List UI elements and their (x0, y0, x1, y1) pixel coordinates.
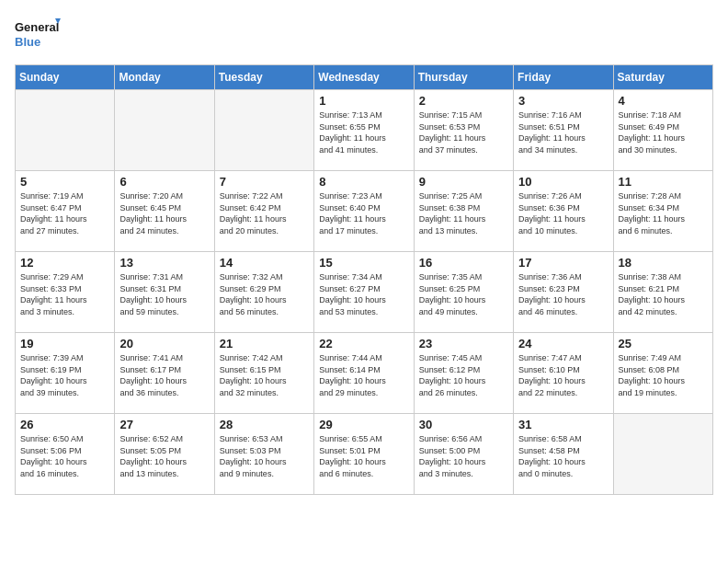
day-number: 19 (20, 337, 109, 350)
weekday-header: Wednesday (314, 65, 414, 90)
day-number: 15 (319, 256, 408, 270)
day-number: 13 (119, 256, 209, 270)
day-number: 18 (619, 256, 708, 270)
day-number: 14 (220, 256, 309, 270)
calendar-cell: 20Sunrise: 7:41 AM Sunset: 6:17 PM Dayli… (115, 333, 214, 414)
calendar-cell: 4Sunrise: 7:18 AM Sunset: 6:49 PM Daylig… (613, 90, 712, 171)
day-info: Sunrise: 7:25 AM Sunset: 6:38 PM Dayligh… (419, 190, 508, 236)
calendar-cell: 6Sunrise: 7:20 AM Sunset: 6:45 PM Daylig… (115, 171, 214, 252)
calendar-cell (16, 90, 115, 171)
svg-text:Blue: Blue (15, 35, 40, 49)
logo: General Blue (15, 15, 61, 53)
day-number: 17 (518, 256, 608, 270)
day-info: Sunrise: 7:35 AM Sunset: 6:25 PM Dayligh… (419, 271, 508, 317)
day-info: Sunrise: 7:19 AM Sunset: 6:47 PM Dayligh… (20, 190, 109, 236)
day-number: 7 (220, 175, 309, 189)
day-number: 5 (20, 175, 109, 189)
day-number: 12 (20, 256, 109, 270)
calendar-cell: 7Sunrise: 7:22 AM Sunset: 6:42 PM Daylig… (214, 171, 313, 252)
day-info: Sunrise: 7:36 AM Sunset: 6:23 PM Dayligh… (518, 271, 608, 317)
calendar-cell: 10Sunrise: 7:26 AM Sunset: 6:36 PM Dayli… (514, 171, 613, 252)
day-number: 30 (419, 418, 508, 431)
day-info: Sunrise: 6:58 AM Sunset: 4:58 PM Dayligh… (518, 433, 608, 479)
day-number: 16 (419, 256, 508, 270)
weekday-header: Thursday (414, 65, 513, 90)
svg-text:General: General (15, 20, 59, 34)
day-info: Sunrise: 7:23 AM Sunset: 6:40 PM Dayligh… (319, 190, 408, 236)
day-info: Sunrise: 6:53 AM Sunset: 5:03 PM Dayligh… (220, 433, 309, 479)
day-info: Sunrise: 7:13 AM Sunset: 6:55 PM Dayligh… (319, 109, 408, 155)
day-number: 2 (419, 94, 508, 108)
calendar-cell: 23Sunrise: 7:45 AM Sunset: 6:12 PM Dayli… (414, 333, 513, 414)
calendar-cell: 21Sunrise: 7:42 AM Sunset: 6:15 PM Dayli… (214, 333, 313, 414)
day-info: Sunrise: 7:38 AM Sunset: 6:21 PM Dayligh… (619, 271, 708, 317)
day-info: Sunrise: 7:26 AM Sunset: 6:36 PM Dayligh… (518, 190, 608, 236)
calendar-cell: 27Sunrise: 6:52 AM Sunset: 5:05 PM Dayli… (115, 414, 214, 495)
calendar-cell: 11Sunrise: 7:28 AM Sunset: 6:34 PM Dayli… (613, 171, 712, 252)
calendar-cell (613, 414, 712, 495)
calendar-cell: 16Sunrise: 7:35 AM Sunset: 6:25 PM Dayli… (414, 252, 513, 333)
day-number: 23 (419, 337, 508, 350)
day-info: Sunrise: 7:42 AM Sunset: 6:15 PM Dayligh… (220, 352, 309, 398)
day-number: 3 (518, 94, 608, 108)
day-number: 24 (518, 337, 608, 350)
day-info: Sunrise: 7:18 AM Sunset: 6:49 PM Dayligh… (619, 109, 708, 155)
day-info: Sunrise: 6:56 AM Sunset: 5:00 PM Dayligh… (419, 433, 508, 479)
day-info: Sunrise: 7:34 AM Sunset: 6:27 PM Dayligh… (319, 271, 408, 317)
logo-svg: General Blue (15, 15, 61, 53)
day-number: 20 (119, 337, 209, 350)
day-info: Sunrise: 7:47 AM Sunset: 6:10 PM Dayligh… (518, 352, 608, 398)
calendar-cell: 14Sunrise: 7:32 AM Sunset: 6:29 PM Dayli… (214, 252, 313, 333)
calendar-cell: 15Sunrise: 7:34 AM Sunset: 6:27 PM Dayli… (314, 252, 414, 333)
calendar-cell: 26Sunrise: 6:50 AM Sunset: 5:06 PM Dayli… (16, 414, 115, 495)
day-info: Sunrise: 7:15 AM Sunset: 6:53 PM Dayligh… (419, 109, 508, 155)
day-number: 8 (319, 175, 408, 189)
weekday-header: Monday (115, 65, 214, 90)
page-header: General Blue (15, 15, 713, 53)
calendar-cell: 5Sunrise: 7:19 AM Sunset: 6:47 PM Daylig… (16, 171, 115, 252)
calendar-cell: 31Sunrise: 6:58 AM Sunset: 4:58 PM Dayli… (514, 414, 613, 495)
day-info: Sunrise: 7:32 AM Sunset: 6:29 PM Dayligh… (220, 271, 309, 317)
calendar-cell: 13Sunrise: 7:31 AM Sunset: 6:31 PM Dayli… (115, 252, 214, 333)
calendar-cell (115, 90, 214, 171)
day-info: Sunrise: 6:55 AM Sunset: 5:01 PM Dayligh… (319, 433, 408, 479)
weekday-header: Tuesday (214, 65, 313, 90)
day-info: Sunrise: 6:52 AM Sunset: 5:05 PM Dayligh… (119, 433, 209, 479)
day-info: Sunrise: 6:50 AM Sunset: 5:06 PM Dayligh… (20, 433, 109, 479)
day-number: 25 (619, 337, 708, 350)
calendar-cell: 19Sunrise: 7:39 AM Sunset: 6:19 PM Dayli… (16, 333, 115, 414)
weekday-header: Sunday (16, 65, 115, 90)
day-info: Sunrise: 7:41 AM Sunset: 6:17 PM Dayligh… (119, 352, 209, 398)
calendar-cell: 30Sunrise: 6:56 AM Sunset: 5:00 PM Dayli… (414, 414, 513, 495)
calendar-table: SundayMondayTuesdayWednesdayThursdayFrid… (15, 64, 713, 495)
day-number: 6 (119, 175, 209, 189)
calendar-cell: 18Sunrise: 7:38 AM Sunset: 6:21 PM Dayli… (613, 252, 712, 333)
day-info: Sunrise: 7:31 AM Sunset: 6:31 PM Dayligh… (119, 271, 209, 317)
day-info: Sunrise: 7:45 AM Sunset: 6:12 PM Dayligh… (419, 352, 508, 398)
day-info: Sunrise: 7:16 AM Sunset: 6:51 PM Dayligh… (518, 109, 608, 155)
calendar-cell: 3Sunrise: 7:16 AM Sunset: 6:51 PM Daylig… (514, 90, 613, 171)
day-info: Sunrise: 7:44 AM Sunset: 6:14 PM Dayligh… (319, 352, 408, 398)
day-number: 4 (619, 94, 708, 108)
calendar-cell: 24Sunrise: 7:47 AM Sunset: 6:10 PM Dayli… (514, 333, 613, 414)
calendar-cell: 9Sunrise: 7:25 AM Sunset: 6:38 PM Daylig… (414, 171, 513, 252)
day-number: 27 (119, 418, 209, 431)
calendar-cell: 28Sunrise: 6:53 AM Sunset: 5:03 PM Dayli… (214, 414, 313, 495)
day-number: 10 (518, 175, 608, 189)
calendar-cell: 22Sunrise: 7:44 AM Sunset: 6:14 PM Dayli… (314, 333, 414, 414)
calendar-cell: 2Sunrise: 7:15 AM Sunset: 6:53 PM Daylig… (414, 90, 513, 171)
day-number: 28 (220, 418, 309, 431)
day-info: Sunrise: 7:22 AM Sunset: 6:42 PM Dayligh… (220, 190, 309, 236)
day-number: 26 (20, 418, 109, 431)
day-info: Sunrise: 7:29 AM Sunset: 6:33 PM Dayligh… (20, 271, 109, 317)
calendar-cell: 1Sunrise: 7:13 AM Sunset: 6:55 PM Daylig… (314, 90, 414, 171)
day-number: 21 (220, 337, 309, 350)
day-info: Sunrise: 7:20 AM Sunset: 6:45 PM Dayligh… (119, 190, 209, 236)
calendar-cell: 12Sunrise: 7:29 AM Sunset: 6:33 PM Dayli… (16, 252, 115, 333)
calendar-cell: 25Sunrise: 7:49 AM Sunset: 6:08 PM Dayli… (613, 333, 712, 414)
day-number: 31 (518, 418, 608, 431)
day-number: 29 (319, 418, 408, 431)
day-number: 22 (319, 337, 408, 350)
weekday-header: Saturday (613, 65, 712, 90)
calendar-cell: 29Sunrise: 6:55 AM Sunset: 5:01 PM Dayli… (314, 414, 414, 495)
